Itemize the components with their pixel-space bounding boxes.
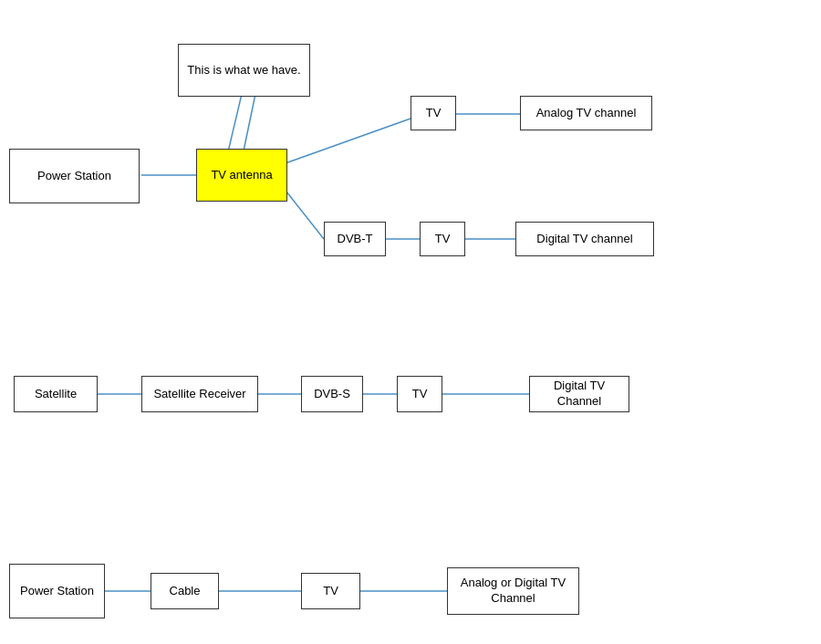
dvbs-label: DVB-S <box>314 387 350 402</box>
digital-tv-channel-satellite-box: Digital TV Channel <box>529 376 629 412</box>
tv-label-2: TV <box>435 232 451 247</box>
diagram-container: This is what we have. Power Station TV a… <box>0 0 821 644</box>
tv-label-1: TV <box>426 106 442 121</box>
digital-tv-channel-label: Digital TV channel <box>536 232 632 247</box>
cable-label: Cable <box>170 584 201 599</box>
tv-antenna-label: TV antenna <box>211 168 272 183</box>
tv-box-satellite: TV <box>397 376 442 412</box>
power-station-box-bottom: Power Station <box>9 564 105 618</box>
analog-digital-channel-box: Analog or Digital TV Channel <box>447 567 579 615</box>
analog-digital-channel-label: Analog or Digital TV Channel <box>453 576 573 607</box>
svg-line-1 <box>283 119 410 164</box>
analog-tv-channel-box: Analog TV channel <box>520 96 652 130</box>
callout-box: This is what we have. <box>178 44 310 97</box>
tv-antenna-box: TV antenna <box>196 149 287 202</box>
satellite-receiver-box: Satellite Receiver <box>141 376 258 412</box>
dvbt-label: DVB-T <box>338 232 373 247</box>
svg-line-3 <box>283 187 324 239</box>
satellite-label: Satellite <box>35 387 77 402</box>
dvbs-box: DVB-S <box>301 376 363 412</box>
power-station-box-top: Power Station <box>9 149 140 203</box>
digital-tv-channel-box: Digital TV channel <box>515 222 654 256</box>
tv-box-1: TV <box>410 96 456 130</box>
power-station-label-bottom: Power Station <box>20 584 94 599</box>
callout-text: This is what we have. <box>187 63 300 78</box>
tv-label-satellite: TV <box>412 387 428 402</box>
satellite-receiver-label: Satellite Receiver <box>153 387 245 402</box>
tv-box-2: TV <box>420 222 465 256</box>
tv-box-cable: TV <box>301 573 360 609</box>
analog-tv-channel-label: Analog TV channel <box>536 106 637 121</box>
power-station-label-top: Power Station <box>37 169 111 184</box>
satellite-box: Satellite <box>14 376 98 412</box>
dvbt-box: DVB-T <box>324 222 386 256</box>
cable-box: Cable <box>151 573 219 609</box>
tv-label-cable: TV <box>323 584 338 599</box>
digital-tv-channel-satellite-label: Digital TV Channel <box>535 379 623 410</box>
